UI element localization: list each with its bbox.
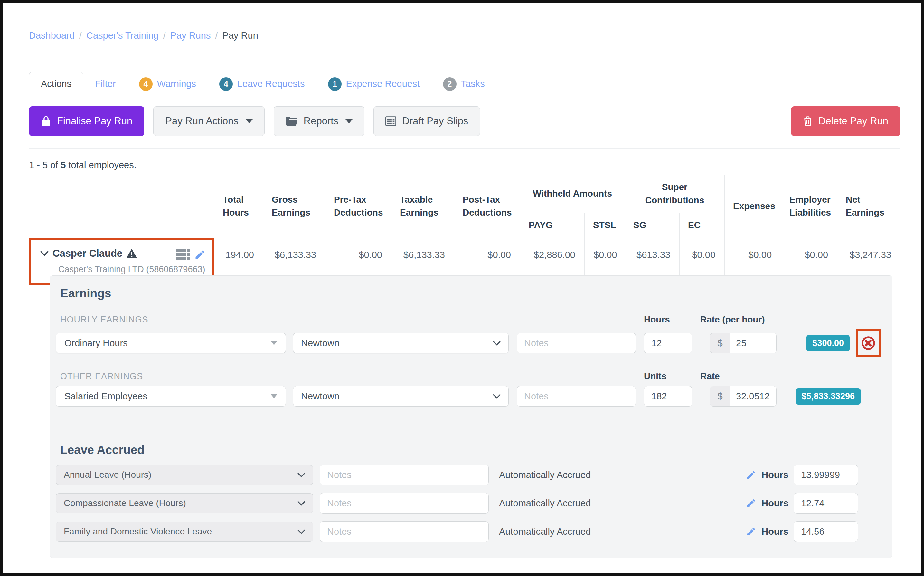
toolbar-divider	[29, 148, 900, 149]
header-net-earnings: Net Earnings	[838, 175, 900, 238]
location-select[interactable]: Newtown	[293, 386, 509, 406]
leave-notes-input[interactable]	[320, 493, 489, 514]
employee-detail-panel: Earnings HOURLY EARNINGS Hours Rate (per…	[49, 275, 892, 558]
count-prefix: 1 - 5 of	[29, 160, 61, 170]
circle-x-icon	[860, 335, 876, 351]
other-earnings-row: Salaried Employees Newtown $ $5,833.3329…	[56, 386, 881, 406]
location-select[interactable]: Newtown	[293, 333, 509, 354]
tasks-count-badge: 2	[443, 77, 456, 91]
screenshot-frame: Dashboard / Casper's Training / Pay Runs…	[0, 0, 924, 576]
leave-requests-count-badge: 4	[219, 77, 233, 91]
hours-input[interactable]	[644, 333, 692, 354]
tab-tasks[interactable]: 2 Tasks	[431, 72, 496, 96]
chevron-down-icon	[297, 473, 305, 477]
other-earnings-section-label: OTHER EARNINGS	[56, 371, 644, 381]
pencil-icon[interactable]	[746, 498, 756, 508]
leave-type-select[interactable]: Family and Domestic Violence Leave	[56, 522, 313, 542]
pay-run-table: Total Hours Gross Earnings Pre-Tax Deduc…	[29, 174, 900, 285]
rate-input[interactable]	[730, 386, 776, 406]
accrual-status: Automatically Accrued	[499, 498, 591, 509]
employer-name: Casper's Training LTD (58606879663)	[58, 264, 207, 274]
delete-pay-run-button[interactable]: Delete Pay Run	[791, 106, 900, 136]
other-earnings-label-row: OTHER EARNINGS Units Rate	[56, 371, 881, 381]
tab-leave-requests[interactable]: 4 Leave Requests	[207, 72, 316, 96]
leave-row-compassionate: Compassionate Leave (Hours) Automaticall…	[56, 493, 881, 514]
pay-slip-notes-icon[interactable]	[176, 249, 190, 261]
pencil-icon[interactable]	[746, 526, 756, 537]
leave-notes-input[interactable]	[320, 521, 489, 542]
leave-row-annual: Annual Leave (Hours) Automatically Accru…	[56, 464, 881, 485]
tab-label: Warnings	[157, 78, 196, 89]
header-super-contributions: Super Contributions	[625, 175, 725, 213]
tab-expense-request[interactable]: 1 Expense Request	[316, 72, 431, 96]
earnings-type-value: Salaried Employees	[64, 391, 147, 402]
notes-input[interactable]	[517, 386, 636, 406]
hours-label: Hours	[644, 314, 700, 325]
leave-hours-input[interactable]	[794, 493, 858, 514]
breadcrumb-dashboard[interactable]: Dashboard	[29, 30, 75, 41]
header-stsl: STSL	[585, 213, 625, 238]
chevron-down-icon[interactable]	[40, 251, 49, 256]
reports-button[interactable]: Reports	[274, 106, 365, 136]
header-total-hours: Total Hours	[214, 175, 263, 238]
breadcrumb-business[interactable]: Casper's Training	[86, 30, 159, 41]
breadcrumb-pay-runs[interactable]: Pay Runs	[170, 30, 211, 41]
leave-hours-label: Hours	[761, 470, 788, 480]
breadcrumb-separator: /	[215, 30, 218, 41]
count-suffix: total employees.	[66, 160, 136, 170]
delete-earning-line[interactable]	[856, 329, 881, 357]
earnings-type-value: Ordinary Hours	[64, 338, 128, 349]
lock-icon	[41, 116, 51, 126]
rate-label: Rate	[700, 371, 720, 381]
caret-down-icon	[246, 119, 253, 123]
leave-hours-label: Hours	[761, 526, 788, 537]
earnings-type-combobox[interactable]: Ordinary Hours	[56, 333, 286, 354]
header-ec: EC	[680, 213, 725, 238]
chevron-down-icon	[297, 501, 305, 506]
pencil-icon[interactable]	[746, 470, 756, 480]
breadcrumb-separator: /	[163, 30, 166, 41]
draft-pay-slips-button[interactable]: Draft Pay Slips	[373, 106, 480, 136]
location-value: Newtown	[301, 338, 339, 349]
notes-input[interactable]	[517, 333, 636, 354]
leave-notes-input[interactable]	[320, 464, 489, 485]
units-input[interactable]	[644, 386, 692, 406]
tab-filter[interactable]: Filter	[83, 72, 127, 96]
breadcrumb-separator: /	[79, 30, 82, 41]
pay-run-page: Dashboard / Casper's Training / Pay Runs…	[3, 3, 921, 573]
leave-type-select[interactable]: Annual Leave (Hours)	[56, 465, 313, 485]
leave-row-family-domestic-violence: Family and Domestic Violence Leave Autom…	[56, 521, 881, 542]
leave-hours-input[interactable]	[794, 521, 858, 542]
tab-warnings[interactable]: 4 Warnings	[128, 72, 207, 96]
line-total-badge: $5,833.33296	[796, 388, 860, 405]
pay-run-actions-label: Pay Run Actions	[165, 115, 238, 127]
tab-label: Leave Requests	[237, 78, 305, 89]
rate-per-hour-label: Rate (per hour)	[700, 314, 765, 325]
leave-hours-label: Hours	[761, 498, 788, 509]
tab-actions[interactable]: Actions	[29, 72, 83, 97]
finalise-pay-run-button[interactable]: Finalise Pay Run	[29, 106, 144, 136]
pay-slip-list-icon	[385, 116, 396, 126]
tab-label: Actions	[41, 78, 72, 89]
rate-input-group: $	[710, 333, 777, 354]
units-label: Units	[644, 371, 700, 381]
hourly-earnings-row: Ordinary Hours Newtown $ $300.00	[56, 329, 881, 357]
header-employee	[29, 175, 214, 238]
header-expenses: Expenses	[725, 175, 781, 238]
chevron-down-icon	[297, 529, 305, 534]
leave-type-select[interactable]: Compassionate Leave (Hours)	[56, 493, 313, 513]
earnings-type-combobox[interactable]: Salaried Employees	[56, 386, 286, 406]
header-taxable-earnings: Taxable Earnings	[391, 175, 454, 238]
pay-run-actions-button[interactable]: Pay Run Actions	[153, 106, 264, 136]
hourly-earnings-label-row: HOURLY EARNINGS Hours Rate (per hour)	[56, 314, 881, 325]
caret-down-icon	[345, 119, 353, 123]
toolbar: Finalise Pay Run Pay Run Actions Reports…	[29, 106, 900, 136]
header-withheld-amounts: Withheld Amounts	[520, 175, 625, 213]
earnings-title: Earnings	[60, 287, 881, 300]
leave-hours-input[interactable]	[794, 464, 858, 485]
pencil-icon[interactable]	[194, 249, 206, 261]
rate-input[interactable]	[730, 333, 776, 353]
chevron-down-icon	[493, 394, 501, 399]
header-sg: SG	[625, 213, 680, 238]
trash-icon	[803, 116, 812, 126]
